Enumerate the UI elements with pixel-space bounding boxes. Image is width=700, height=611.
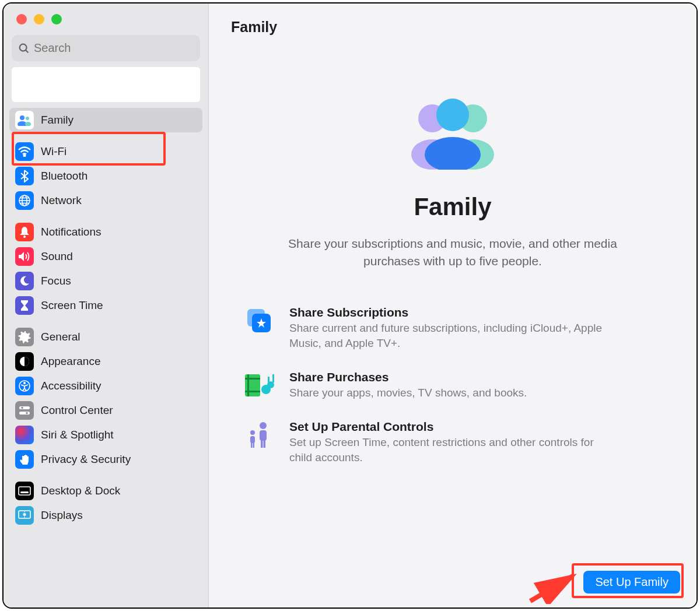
sidebar-item-label: Wi-Fi	[41, 145, 66, 158]
siri-icon	[15, 426, 34, 444]
wifi-icon	[15, 142, 34, 161]
svg-point-0	[20, 44, 27, 51]
settings-window: Family Wi-Fi Bluetooth	[2, 2, 698, 609]
svg-rect-46	[261, 440, 263, 448]
svg-rect-50	[251, 442, 253, 448]
sidebar-item-displays[interactable]: Displays	[9, 503, 202, 528]
apple-id-account[interactable]	[12, 67, 200, 102]
close-icon[interactable]	[16, 14, 27, 24]
bell-icon	[15, 223, 34, 241]
annotation-arrow-icon	[527, 569, 580, 604]
sidebar-item-siri[interactable]: Siri & Spotlight	[9, 423, 202, 447]
sidebar-item-label: Screen Time	[41, 299, 103, 312]
sidebar-item-label: Displays	[41, 509, 83, 522]
feature-title: Share Purchases	[289, 370, 527, 384]
search-field[interactable]	[34, 41, 194, 55]
svg-rect-51	[253, 442, 255, 448]
hero: Family Share your subscriptions and musi…	[209, 36, 696, 271]
sidebar-item-label: Siri & Spotlight	[41, 429, 114, 441]
family-icon	[15, 111, 34, 129]
sidebar-item-network[interactable]: Network	[9, 188, 202, 213]
family-hero-icon	[400, 94, 505, 170]
parental-controls-icon	[244, 420, 274, 450]
appearance-icon	[15, 352, 34, 371]
sidebar-item-notifications[interactable]: Notifications	[9, 220, 202, 244]
sidebar-item-label: Sound	[41, 250, 73, 263]
sidebar-item-family[interactable]: Family	[9, 108, 202, 132]
sidebar-item-label: Bluetooth	[41, 170, 88, 182]
svg-line-52	[530, 576, 573, 601]
sidebar-item-appearance[interactable]: Appearance	[9, 349, 202, 374]
svg-rect-39	[245, 391, 260, 392]
sidebar-nav: Family Wi-Fi Bluetooth	[4, 108, 208, 528]
displays-icon	[15, 506, 34, 525]
sidebar-item-focus[interactable]: Focus	[9, 269, 202, 293]
window-controls	[4, 3, 208, 24]
network-icon	[15, 191, 34, 210]
svg-rect-23	[20, 491, 29, 493]
svg-rect-43	[272, 374, 274, 382]
svg-point-19	[21, 407, 23, 409]
svg-point-16	[23, 382, 26, 384]
svg-rect-18	[19, 412, 30, 415]
accessibility-icon	[15, 377, 34, 395]
sidebar-item-general[interactable]: General	[9, 325, 202, 349]
page-title: Family	[231, 19, 674, 36]
feature-desc: Share your apps, movies, TV shows, and b…	[289, 385, 527, 401]
svg-point-12	[23, 236, 26, 238]
feature-share-purchases: Share Purchases Share your apps, movies,…	[244, 361, 662, 410]
search-input[interactable]	[12, 35, 200, 61]
controlcenter-icon	[15, 401, 34, 420]
svg-point-48	[250, 430, 255, 435]
sidebar-item-bluetooth[interactable]: Bluetooth	[9, 164, 202, 188]
sidebar-item-label: Notifications	[41, 226, 102, 238]
feature-desc: Share current and future subscriptions, …	[289, 321, 604, 352]
sidebar-item-label: Control Center	[41, 404, 113, 417]
share-subscriptions-icon	[244, 306, 274, 336]
hero-subtitle: Share your subscriptions and music, movi…	[266, 235, 639, 271]
svg-point-21	[19, 430, 30, 440]
share-purchases-icon	[244, 370, 274, 401]
svg-rect-42	[268, 377, 270, 386]
feature-desc: Set up Screen Time, content restrictions…	[289, 435, 604, 466]
sidebar-item-label: General	[41, 331, 80, 343]
svg-rect-36	[245, 374, 260, 396]
sidebar-item-privacy[interactable]: Privacy & Security	[9, 447, 202, 472]
sidebar-item-accessibility[interactable]: Accessibility	[9, 374, 202, 398]
svg-rect-37	[247, 374, 249, 396]
feature-title: Share Subscriptions	[289, 306, 604, 319]
feature-share-subscriptions: Share Subscriptions Share current and fu…	[244, 296, 662, 361]
svg-rect-22	[19, 487, 30, 495]
hand-icon	[15, 450, 34, 469]
svg-point-32	[436, 99, 469, 131]
sidebar: Family Wi-Fi Bluetooth	[4, 3, 209, 608]
svg-point-20	[26, 412, 28, 415]
fullscreen-icon[interactable]	[51, 14, 62, 24]
svg-point-25	[23, 513, 26, 516]
set-up-family-button[interactable]: Set Up Family	[583, 571, 680, 594]
sidebar-item-wifi[interactable]: Wi-Fi	[9, 139, 202, 164]
sidebar-item-label: Network	[41, 194, 82, 207]
moon-icon	[15, 272, 34, 290]
svg-line-1	[26, 50, 28, 52]
sidebar-item-label: Accessibility	[41, 380, 101, 392]
svg-point-44	[260, 422, 267, 429]
sidebar-item-screentime[interactable]: Screen Time	[9, 293, 202, 318]
gear-icon	[15, 328, 34, 346]
sidebar-item-label: Desktop & Dock	[41, 484, 120, 497]
sidebar-item-label: Family	[41, 114, 74, 127]
minimize-icon[interactable]	[34, 14, 44, 24]
dock-icon	[15, 482, 34, 500]
sidebar-item-controlcenter[interactable]: Control Center	[9, 398, 202, 423]
bluetooth-icon	[15, 167, 34, 185]
sidebar-item-label: Appearance	[41, 355, 100, 368]
svg-rect-38	[245, 378, 260, 380]
sidebar-item-desktop-dock[interactable]: Desktop & Dock	[9, 479, 202, 503]
sidebar-item-sound[interactable]: Sound	[9, 244, 202, 269]
svg-point-2	[20, 115, 24, 120]
svg-point-6	[24, 155, 26, 157]
svg-rect-17	[19, 406, 30, 409]
svg-rect-47	[264, 440, 266, 448]
main-pane: Family Family Share your subscriptions a…	[209, 3, 696, 608]
feature-list: Share Subscriptions Share current and fu…	[209, 271, 696, 475]
